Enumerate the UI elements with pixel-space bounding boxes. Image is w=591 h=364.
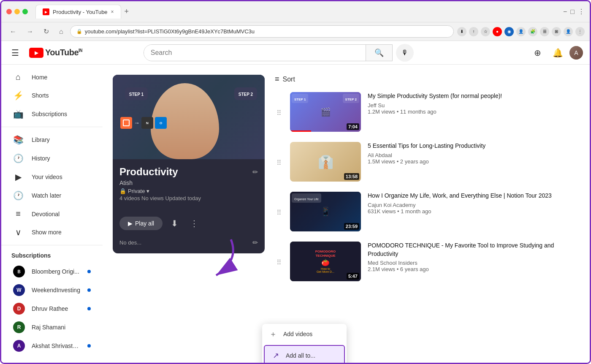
drag-handle-2: ⠿: [277, 142, 282, 167]
sidebar-item-subscriptions[interactable]: 📺 Subscriptions: [3, 105, 101, 123]
sidebar-label-home: Home: [32, 74, 47, 81]
youtube-logo[interactable]: ▶ YouTubeIN: [29, 48, 82, 58]
forward-button[interactable]: →: [23, 26, 37, 37]
window-minimize-icon[interactable]: −: [563, 8, 567, 16]
hamburger-menu-button[interactable]: ☰: [8, 44, 22, 61]
extension-blue-icon[interactable]: ◉: [504, 27, 514, 36]
play-all-button[interactable]: ▶ Play all: [119, 217, 163, 230]
video-item-1[interactable]: ⠿ STEP 1 STEP 2 🎬 7:04: [275, 90, 580, 133]
active-tab[interactable]: Productivity - YouTube ×: [35, 5, 121, 19]
no-description-text: No des...: [119, 239, 141, 246]
video-progress-1: [290, 130, 311, 132]
playlist-card: STEP 1 STEP 2 →: [113, 75, 265, 253]
playlist-thumbnail: STEP 1 STEP 2 →: [113, 75, 265, 159]
new-tab-button[interactable]: +: [125, 7, 129, 16]
video-item-4[interactable]: ⠿ POMODOROTECHNIQUE 🍅 How toGet More D..…: [275, 240, 580, 283]
video-channel-1: Jeff Su: [368, 102, 578, 109]
extension-face-icon[interactable]: 👤: [516, 27, 526, 36]
share-icon[interactable]: ↑: [469, 27, 478, 36]
akshat-notification-dot: [87, 344, 91, 348]
video-info-4: POMODORO TECHNIQUE - My Favorite Tool to…: [368, 242, 578, 272]
profile-icon[interactable]: 👤: [564, 27, 573, 36]
subscriptions-icon: 📺: [13, 109, 23, 119]
youtube-app: ☰ ▶ YouTubeIN 🔍 🎙 ⊕ 🔔 A: [1, 41, 590, 364]
browser-nav-icons: ⬇ ↑ ☆ ● ◉ 👤 🧩 ☰ ⊞ 👤 ⋮: [457, 27, 585, 36]
sidebar: ⌂ Home ⚡ Shorts 📺 Subscriptions 📚 Librar…: [1, 65, 103, 364]
download-playlist-button[interactable]: ⬇: [168, 215, 182, 232]
refresh-button[interactable]: ↻: [40, 26, 52, 37]
description-edit-button[interactable]: ✏: [252, 239, 258, 247]
voice-search-button[interactable]: 🎙: [396, 44, 414, 62]
sidebar-label-library: Library: [32, 136, 50, 143]
sidebar-label-subscriptions: Subscriptions: [32, 111, 67, 117]
address-bar[interactable]: 🔒 youtube.com/playlist?list=PLISTiG0Xt6y…: [70, 25, 454, 38]
navigation-bar: ← → ↻ ⌂ 🔒 youtube.com/playlist?list=PLIS…: [1, 22, 590, 41]
notifications-button[interactable]: 🔔: [549, 44, 566, 61]
user-avatar[interactable]: A: [569, 46, 583, 60]
tab-close-button[interactable]: ×: [111, 9, 114, 15]
more-options-button[interactable]: ⋮: [187, 215, 202, 232]
extension-list-icon[interactable]: ☰: [540, 27, 549, 36]
video-info-1: My Simple Productivity System (for norma…: [368, 92, 578, 115]
close-traffic-light[interactable]: [6, 9, 12, 14]
sidebar-item-show-more[interactable]: ∨ Show more: [3, 223, 101, 242]
download-icon[interactable]: ⬇: [457, 27, 466, 36]
sidebar-item-devotional[interactable]: ≡ Devotional: [3, 205, 101, 223]
browser-menu-icon[interactable]: ⋮: [575, 27, 585, 36]
playlist-edit-button[interactable]: ✏: [252, 168, 258, 176]
video-duration-1: 7:04: [347, 123, 359, 130]
video-info-2: 5 Essential Tips for Long-Lasting Produc…: [368, 142, 578, 165]
youtube-logo-text: YouTubeIN: [45, 48, 82, 57]
videos-section: ≡ Sort ⠿ STEP 1 STEP 2 🎬: [275, 75, 580, 355]
playlist-privacy[interactable]: 🔒 Private ▾: [119, 188, 149, 194]
sidebar-item-shorts[interactable]: ⚡ Shorts: [3, 86, 101, 105]
create-button[interactable]: ⊕: [529, 44, 546, 61]
window-more-icon[interactable]: ⋮: [578, 8, 585, 16]
youtube-country-badge: IN: [79, 48, 82, 53]
context-menu: ＋ Add videos ↗ Add all to... 👤 Collabora…: [262, 324, 347, 364]
bookmark-icon[interactable]: ☆: [481, 27, 490, 36]
reader-mode-icon[interactable]: ⊞: [552, 27, 561, 36]
akshat-avatar: A: [13, 340, 25, 352]
video-item-2[interactable]: ⠿ 👔 13:58 5 Essential Tips for Long-Last…: [275, 140, 580, 183]
bloomberg-label: Bloomberg Origi...: [32, 268, 81, 275]
sidebar-item-home[interactable]: ⌂ Home: [3, 68, 101, 86]
playlist-title: Productivity: [119, 166, 178, 178]
video-duration-4: 5:47: [347, 273, 359, 280]
search-input[interactable]: [144, 45, 366, 61]
sidebar-item-dhruv-rathee[interactable]: D Dhruv Rathee: [3, 299, 101, 318]
home-button[interactable]: ⌂: [56, 26, 67, 37]
play-icon: ▶: [128, 220, 133, 227]
video-thumbnail-4: POMODOROTECHNIQUE 🍅 How toGet More D... …: [290, 242, 361, 281]
show-more-icon: ∨: [13, 227, 23, 237]
sidebar-item-history[interactable]: 🕐 History: [3, 149, 101, 168]
main-content: STEP 1 STEP 2 →: [103, 65, 590, 364]
extension-puzzle-icon[interactable]: 🧩: [528, 27, 537, 36]
back-button[interactable]: ←: [6, 26, 20, 37]
sidebar-item-library[interactable]: 📚 Library: [3, 130, 101, 149]
video-stats-1: 1.2M views • 11 months ago: [368, 109, 578, 115]
minimize-traffic-light[interactable]: [14, 9, 20, 14]
video-item-3[interactable]: ⠿ Organize Your Life 📱 23:59 How I Organ…: [275, 190, 580, 233]
sidebar-label-devotional: Devotional: [32, 211, 60, 217]
sidebar-item-watch-later[interactable]: 🕐 Watch later: [3, 186, 101, 205]
search-button[interactable]: 🔍: [366, 45, 392, 61]
sidebar-item-raj-shamani[interactable]: R Raj Shamani: [3, 318, 101, 337]
browser-titlebar: Productivity - YouTube × + − □ ⋮: [1, 1, 590, 22]
maximize-traffic-light[interactable]: [22, 9, 28, 14]
window-expand-icon[interactable]: □: [570, 8, 575, 16]
sidebar-item-akshat[interactable]: A Akshat Shrivasta...: [3, 337, 101, 355]
extension-red-icon[interactable]: ●: [493, 27, 502, 36]
context-menu-add-videos[interactable]: ＋ Add videos: [262, 324, 347, 344]
video-channel-2: Ali Abdaal: [368, 152, 578, 158]
context-menu-add-all-to[interactable]: ↗ Add all to...: [264, 345, 345, 364]
lock-icon: 🔒: [76, 29, 82, 34]
playlist-meta: 🔒 Private ▾: [119, 188, 258, 194]
sidebar-item-weekendinvesting[interactable]: W WeekendInvesting: [3, 281, 101, 299]
youtube-body: ⌂ Home ⚡ Shorts 📺 Subscriptions 📚 Librar…: [1, 65, 590, 364]
sidebar-item-your-videos[interactable]: ▶ Your videos: [3, 168, 101, 186]
sidebar-item-bloomberg[interactable]: B Bloomberg Origi...: [3, 262, 101, 281]
dhruv-label: Dhruv Rathee: [32, 305, 81, 312]
add-videos-label: Add videos: [283, 331, 312, 337]
sort-label: Sort: [283, 76, 295, 83]
